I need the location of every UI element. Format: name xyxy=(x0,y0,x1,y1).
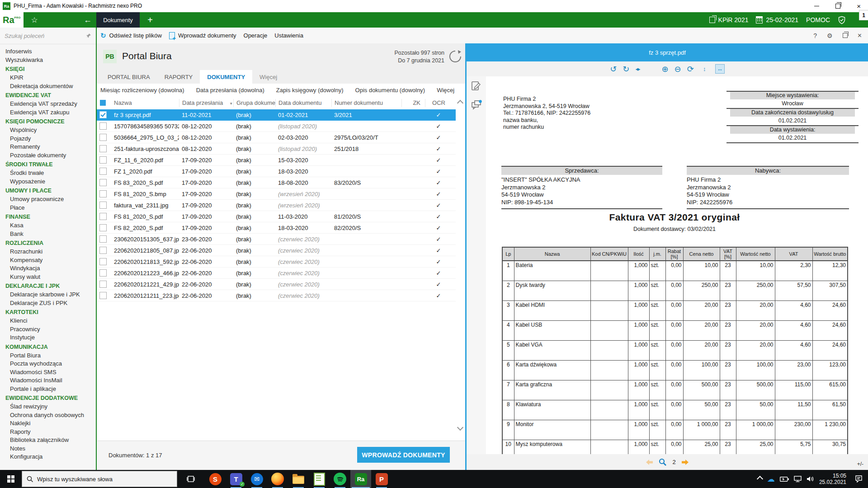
sidebar-item-płace[interactable]: Płace xyxy=(0,204,96,212)
row-checkbox[interactable] xyxy=(99,145,107,152)
notepad-icon[interactable] xyxy=(309,470,330,488)
sidebar-item-klienci[interactable]: Klienci xyxy=(0,317,96,325)
document-row[interactable]: FS 81_2020_S.bmp17-09-2020(brak)(wrzesie… xyxy=(97,188,456,200)
document-row[interactable]: 22062020121221_429.jpg22-06-2020(brak)(c… xyxy=(97,279,456,290)
sidebar-item-windykacja[interactable]: Windykacja xyxy=(0,264,96,273)
scroll-up-icon[interactable] xyxy=(457,100,463,106)
sidebar-item-wiadomości-sms[interactable]: Wiadomości SMS xyxy=(0,368,96,377)
column-header-data-dokumentu[interactable]: Data dokumentu xyxy=(275,99,331,107)
back-arrow-icon[interactable]: ← xyxy=(80,12,96,28)
wprowadz-dokumenty-button[interactable]: WPROWADŹ DOKUMENTY xyxy=(357,447,450,463)
file-explorer-icon[interactable] xyxy=(288,470,309,488)
command-ustawienia[interactable]: Ustawienia xyxy=(274,32,303,39)
sidebar-item-środki-trwałe[interactable]: Środki trwałe xyxy=(0,169,96,178)
command-operacje[interactable]: Operacje xyxy=(244,32,268,39)
command-search[interactable]: Szukaj poleceń xyxy=(0,28,96,44)
row-checkbox[interactable] xyxy=(99,202,107,209)
new-tab-button[interactable]: + xyxy=(143,12,157,28)
favorites-star-icon[interactable]: ☆ xyxy=(26,12,42,28)
sidebar-item-portal-biura[interactable]: Portal Biura xyxy=(0,352,96,360)
column-header-grupa-dokumen[interactable]: Grupa dokumen... xyxy=(233,99,275,107)
sidebar-item-dekretacja-dokumentów[interactable]: Dekretacja dokumentów xyxy=(0,82,96,91)
firefox-icon[interactable] xyxy=(267,470,288,488)
row-checkbox[interactable] xyxy=(99,111,107,118)
rotate-right-icon[interactable]: ↻ xyxy=(623,65,629,73)
sidebar-item-ewidencja-vat-sprzedaży[interactable]: Ewidencja VAT sprzedaży xyxy=(0,100,96,108)
sidebar-item-notes[interactable]: Notes xyxy=(0,445,96,453)
document-row[interactable]: 22062020121805_087.jpg22-06-2020(brak)(c… xyxy=(97,245,456,256)
column-header-numer-dokumentu[interactable]: Numer dokumentu xyxy=(331,99,401,107)
sidebar-item-poczta-wychodząca[interactable]: Poczta wychodząca xyxy=(0,360,96,368)
teams-icon[interactable]: T✓ xyxy=(226,470,246,488)
sidebar-item-raporty[interactable]: Raporty xyxy=(0,428,96,436)
tab-więcej[interactable]: Więcej xyxy=(252,70,284,84)
prev-page-button[interactable] xyxy=(646,460,653,465)
sidebar-item-infoserwis[interactable]: Infoserwis xyxy=(0,47,96,56)
mirror-view-icon[interactable]: ◂▸ xyxy=(635,65,639,73)
period-selector[interactable]: KPiR 2021 xyxy=(709,16,749,23)
sidebar-item-pozostałe-dokumenty[interactable]: Pozostałe dokumenty xyxy=(0,151,96,160)
pin-icon[interactable] xyxy=(86,33,91,38)
document-row[interactable]: faktura_vat_2311.jpg17-09-2020(brak)(wrz… xyxy=(97,200,456,211)
zoom-out-icon[interactable]: ⊖ xyxy=(675,65,681,73)
row-checkbox[interactable] xyxy=(99,292,107,299)
sidebar-item-instytucje[interactable]: Instytucje xyxy=(0,333,96,342)
sidebar-item-portale-i-aplikacje[interactable]: Portale i aplikacje xyxy=(0,385,96,394)
page-zoom-icon[interactable] xyxy=(659,458,666,466)
detach-panel-icon[interactable] xyxy=(843,33,848,38)
document-row[interactable]: 22062020121211_223.jpg22-06-2020(brak)(c… xyxy=(97,290,456,301)
close-panel-icon[interactable]: × xyxy=(858,32,862,40)
sidebar-item-konfiguracja[interactable]: Konfiguracja xyxy=(0,453,96,461)
taskbar-clock[interactable]: 15:05 25.02.2021 xyxy=(819,473,846,485)
filter-data-przesłania-dowolna[interactable]: Data przesłania (dowolna) xyxy=(196,87,264,94)
row-checkbox[interactable] xyxy=(99,235,107,243)
sidebar-item-ślad-rewizyjny[interactable]: Ślad rewizyjny xyxy=(0,403,96,411)
row-checkbox[interactable] xyxy=(99,224,107,231)
powerpoint-icon[interactable]: P xyxy=(371,470,392,488)
sidebar-item-umowy-pracownicze[interactable]: Umowy pracownicze xyxy=(0,195,96,204)
gear-icon[interactable]: ⚙ xyxy=(827,32,833,39)
row-checkbox[interactable] xyxy=(99,156,107,164)
sidebar-item-remanenty[interactable]: Remanenty xyxy=(0,143,96,151)
sidebar-item-ochrona-danych-osobowych[interactable]: Ochrona danych osobowych xyxy=(0,411,96,420)
notification-badge[interactable]: 1 xyxy=(859,10,868,20)
document-row[interactable]: FZ 1_2020.pdf17-09-2020(brak)18-03-2020✓ xyxy=(97,166,456,177)
column-header-ocr[interactable]: OCR xyxy=(425,99,452,107)
fit-width-icon[interactable]: ↔ xyxy=(715,64,725,74)
sidebar-item-biblioteka-załączników[interactable]: Biblioteka załączników xyxy=(0,436,96,445)
task-view-icon[interactable] xyxy=(183,470,198,488)
sidebar-item-kasa[interactable]: Kasa xyxy=(0,221,96,230)
row-checkbox[interactable] xyxy=(99,213,107,220)
help-menu[interactable]: POMOC xyxy=(806,16,830,23)
tab-dokumenty[interactable]: Dokumenty xyxy=(96,12,140,28)
close-button[interactable]: × xyxy=(857,3,861,9)
help-icon[interactable]: ? xyxy=(813,32,817,39)
command-odśwież-listę-plików[interactable]: ↻Odśwież listę plików xyxy=(100,32,162,40)
comments-icon[interactable] xyxy=(471,100,482,110)
filter-opis-dokumentu-dowolny[interactable]: Opis dokumentu (dowolny) xyxy=(355,87,425,94)
sidebar-item-deklaracje-zus-i-ppk[interactable]: Deklaracje ZUS i PPK xyxy=(0,299,96,308)
quota-history-icon[interactable] xyxy=(448,49,462,64)
document-row[interactable]: 22062020121223_466.jpg22-06-2020(brak)(c… xyxy=(97,267,456,279)
filter-zapis-księgowy-dowolny[interactable]: Zapis księgowy (dowolny) xyxy=(276,87,344,94)
sidebar-item-bank[interactable]: Bank xyxy=(0,230,96,239)
restore-button[interactable] xyxy=(835,4,840,9)
sidebar-item-pojazdy[interactable]: Pojazdy xyxy=(0,135,96,143)
document-row[interactable]: fz 3 sprzęt.pdf11-02-2021(brak)01-02-202… xyxy=(97,109,456,121)
sidebar-item-rozrachunki[interactable]: Rozrachunki xyxy=(0,248,96,256)
scroll-down-icon[interactable] xyxy=(457,424,463,431)
sidebar-item-wiadomości-insmail[interactable]: Wiadomości InsMail xyxy=(0,376,96,385)
document-row[interactable]: FZ_11_6_2020.pdf17-09-2020(brak)15-03-20… xyxy=(97,155,456,166)
row-checkbox[interactable] xyxy=(99,258,107,265)
document-row[interactable]: 23062020151305_637.jpg23-06-2020(brak)(c… xyxy=(97,234,456,245)
document-row[interactable]: FS 83_2020_S.pdf17-09-2020(brak)18-08-20… xyxy=(97,177,456,188)
next-page-button[interactable] xyxy=(682,460,689,465)
tab-dokumenty[interactable]: DOKUMENTY xyxy=(200,70,252,84)
sidebar-item-wyszukiwarka[interactable]: Wyszukiwarka xyxy=(0,56,96,65)
column-header-data-przesłania[interactable]: Data przesłania▼ xyxy=(179,99,233,107)
tab-portal-biura[interactable]: PORTAL BIURA xyxy=(100,70,157,84)
action-center-icon[interactable] xyxy=(855,475,863,483)
start-button[interactable] xyxy=(0,470,22,488)
select-all-checkbox[interactable] xyxy=(100,100,106,106)
work-date-selector[interactable]: 25-02-2021 xyxy=(756,16,798,23)
